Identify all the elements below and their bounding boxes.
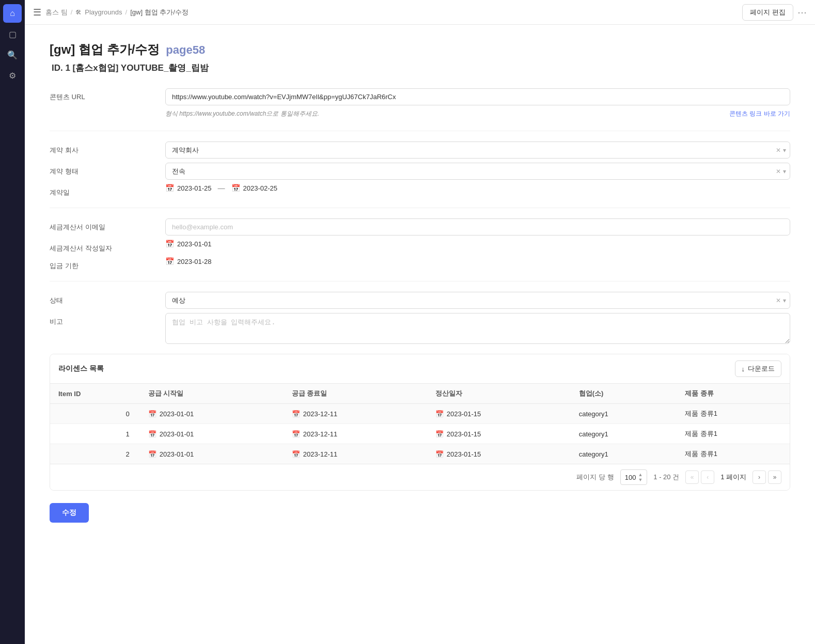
date-range: 📅 2023-01-25 — 📅 2023-02-25	[165, 184, 790, 192]
divider-1	[50, 131, 790, 131]
page-size-label: 페이지 당 행	[576, 473, 614, 482]
tax-date-value[interactable]: 2023-01-01	[177, 240, 212, 248]
contract-start-date-value[interactable]: 2023-01-25	[177, 184, 212, 192]
content-link[interactable]: 콘텐츠 링크 바로 가기	[729, 109, 790, 118]
page-nav: « ‹ 1 페이지 › »	[685, 470, 781, 484]
cell-start: 📅2023-01-01	[140, 404, 284, 424]
contract-company-select-wrapper: 계약회사 ✕ ▾	[165, 142, 790, 159]
prev-page-button[interactable]: ‹	[701, 470, 714, 484]
calendar-icon-3: 📅	[165, 240, 174, 248]
tax-email-control	[165, 218, 790, 235]
table-header: 라이센스 목록 ↓ 다운로드	[50, 354, 790, 384]
sidebar-home-icon[interactable]: ⌂	[3, 4, 22, 23]
col-item-id: Item ID	[50, 384, 140, 404]
col-product-type: 제품 종류	[677, 384, 790, 404]
contract-company-row: 계약 회사 계약회사 ✕ ▾	[50, 142, 790, 159]
breadcrumb-home[interactable]: 홈스 팀	[45, 8, 68, 17]
breadcrumb-sep2: /	[126, 8, 128, 16]
table-head: Item ID 공급 시작일 공급 종료일 정산일자 협업(소) 제품 종류	[50, 384, 790, 404]
breadcrumb-playgrounds[interactable]: Playgrounds	[85, 8, 122, 16]
hint-row: 형식 https://www.youtube.com/watch으로 통일해주세…	[50, 109, 790, 118]
sidebar-document-icon[interactable]: ▢	[3, 25, 22, 43]
menu-icon[interactable]: ☰	[33, 7, 41, 18]
table-row: 0 📅2023-01-01 📅2023-12-11 📅2023-01-15 ca…	[50, 404, 790, 424]
cell-end: 📅2023-12-11	[284, 444, 427, 464]
status-row: 상태 예상 ✕ ▾	[50, 292, 790, 309]
content-url-label: 콘텐츠 URL	[50, 88, 153, 102]
license-table-section: 라이센스 목록 ↓ 다운로드 Item ID 공급 시작일 공급 종료일 정산일…	[50, 354, 790, 491]
contract-company-select[interactable]: 계약회사	[165, 142, 790, 159]
cell-collab: category1	[571, 424, 677, 444]
cell-settlement: 📅2023-01-15	[427, 424, 571, 444]
contract-date-label: 계약일	[50, 184, 153, 197]
note-label: 비고	[50, 313, 153, 326]
content-url-row: 콘텐츠 URL	[50, 88, 790, 105]
cell-settlement: 📅2023-01-15	[427, 404, 571, 424]
payment-deadline-row: 입금 기한 📅 2023-01-28	[50, 257, 790, 271]
cell-product: 제품 종류1	[677, 444, 790, 464]
download-button-label: 다운로드	[748, 364, 775, 373]
contract-type-label: 계약 형태	[50, 163, 153, 176]
cell-product: 제품 종류1	[677, 404, 790, 424]
content-url-section: 콘텐츠 URL 형식 https://www.youtube.com/watch…	[50, 88, 790, 118]
first-page-button[interactable]: «	[685, 470, 699, 484]
download-icon: ↓	[742, 365, 745, 373]
tax-email-input[interactable]	[165, 218, 790, 235]
contract-type-select-wrapper: 전속 ✕ ▾	[165, 163, 790, 180]
submit-button[interactable]: 수정	[50, 503, 89, 523]
note-textarea[interactable]	[165, 313, 790, 344]
next-page-button[interactable]: ›	[753, 470, 766, 484]
sidebar-search-icon[interactable]: 🔍	[3, 45, 22, 64]
col-collab: 협업(소)	[571, 384, 677, 404]
submit-area: 수정	[50, 503, 790, 523]
sub-title: ID. 1 [홈스x협업] YOUTUBE_촬영_립밤	[50, 62, 790, 74]
page-size-input[interactable]: 100 ▲ ▼	[620, 469, 648, 485]
cell-end: 📅2023-12-11	[284, 404, 427, 424]
breadcrumb-current: [gw] 협업 추가/수정	[130, 8, 189, 17]
note-control	[165, 313, 790, 345]
contract-type-control: 전속 ✕ ▾	[165, 163, 790, 180]
content-url-control	[165, 88, 790, 105]
cell-collab: category1	[571, 404, 677, 424]
payment-deadline-value[interactable]: 2023-01-28	[177, 258, 212, 265]
status-select-wrapper: 예상 ✕ ▾	[165, 292, 790, 309]
pagination: 페이지 당 행 100 ▲ ▼ 1 - 20 건 « ‹ 1 페이지 › »	[50, 464, 790, 490]
sidebar-settings-icon[interactable]: ⚙	[3, 66, 22, 85]
tax-email-label: 세금계산서 이메일	[50, 218, 153, 232]
cell-id: 0	[50, 404, 140, 424]
last-page-button[interactable]: »	[768, 470, 781, 484]
tax-date-control: 📅 2023-01-01	[165, 240, 790, 248]
contract-type-select[interactable]: 전속	[165, 163, 790, 180]
cell-id: 1	[50, 424, 140, 444]
page-size-value: 100	[625, 474, 636, 481]
contract-type-row: 계약 형태 전속 ✕ ▾	[50, 163, 790, 180]
table-title: 라이센스 목록	[58, 364, 104, 373]
calendar-icon-2: 📅	[231, 184, 240, 192]
tax-date-field: 📅 2023-01-01	[165, 240, 790, 248]
tax-email-row: 세금계산서 이메일	[50, 218, 790, 235]
page-title-row: [gw] 협업 추가/수정 page58	[50, 41, 790, 58]
status-control: 예상 ✕ ▾	[165, 292, 790, 309]
content-url-input[interactable]	[165, 88, 790, 105]
topbar-more-icon[interactable]: ⋯	[797, 7, 807, 18]
contract-start-date: 📅 2023-01-25	[165, 184, 212, 192]
download-button[interactable]: ↓ 다운로드	[735, 360, 782, 377]
tax-date-label: 세금계산서 작성일자	[50, 240, 153, 253]
breadcrumb-sep1: /	[71, 8, 73, 16]
topbar: ☰ 홈스 팀 / 🛠 Playgrounds / [gw] 협업 추가/수정 페…	[25, 0, 815, 25]
payment-deadline-label: 입금 기한	[50, 257, 153, 271]
contract-date-row: 계약일 📅 2023-01-25 — 📅 2023-02-25	[50, 184, 790, 197]
cell-end: 📅2023-12-11	[284, 424, 427, 444]
license-data-table: Item ID 공급 시작일 공급 종료일 정산일자 협업(소) 제품 종류 0…	[50, 384, 790, 464]
divider-3	[50, 281, 790, 281]
cell-start: 📅2023-01-01	[140, 424, 284, 444]
date-separator: —	[218, 184, 225, 192]
calendar-icon-4: 📅	[165, 257, 174, 265]
contract-date-control: 📅 2023-01-25 — 📅 2023-02-25	[165, 184, 790, 192]
table-body: 0 📅2023-01-01 📅2023-12-11 📅2023-01-15 ca…	[50, 404, 790, 464]
page-range: 1 - 20 건	[653, 473, 679, 482]
status-select[interactable]: 예상	[165, 292, 790, 309]
contract-end-date-value[interactable]: 2023-02-25	[243, 184, 278, 192]
page-edit-button[interactable]: 페이지 편집	[742, 4, 793, 21]
sidebar: ⌂ ▢ 🔍 ⚙	[0, 0, 25, 644]
